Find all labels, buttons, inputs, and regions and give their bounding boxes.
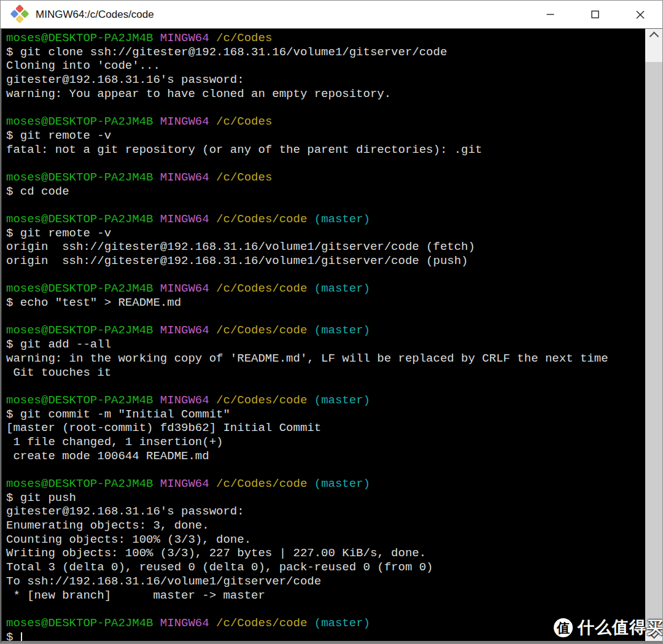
scrollbar[interactable] <box>645 29 662 641</box>
terminal-line: moses@DESKTOP-PA2JM4B MINGW64 /c/Codes <box>6 115 645 129</box>
close-button[interactable] <box>618 1 662 28</box>
terminal-line: gitester@192.168.31.16's password: <box>6 505 645 519</box>
terminal-line: gitester@192.168.31.16's password: <box>6 73 645 87</box>
terminal-line: moses@DESKTOP-PA2JM4B MINGW64 /c/Codes/c… <box>6 282 645 296</box>
terminal-line <box>6 463 645 477</box>
terminal-line: $ cd code <box>6 185 645 199</box>
scroll-down-button[interactable] <box>645 630 662 641</box>
terminal-line: 1 file changed, 1 insertion(+) <box>6 435 645 449</box>
terminal-line: To ssh://192.168.31.16/volume1/gitserver… <box>6 575 645 589</box>
terminal-line: $ <box>6 630 645 641</box>
terminal-body: moses@DESKTOP-PA2JM4B MINGW64 /c/Codes$ … <box>1 29 662 643</box>
terminal-line: origin ssh://gitester@192.168.31.16/volu… <box>6 254 645 268</box>
terminal-line: warning: You appear to have cloned an em… <box>6 87 645 101</box>
close-icon <box>636 10 645 19</box>
terminal-line: warning: in the working copy of 'README.… <box>6 352 645 366</box>
terminal-line: moses@DESKTOP-PA2JM4B MINGW64 /c/Codes <box>6 31 645 45</box>
window-title: MINGW64:/c/Codes/code <box>36 9 154 21</box>
terminal-line: Enumerating objects: 3, done. <box>6 519 645 533</box>
terminal-line: Cloning into 'code'... <box>6 59 645 73</box>
terminal-line <box>6 602 645 616</box>
terminal-window: MINGW64:/c/Codes/code moses@DESKTOP-PA2 <box>0 0 663 644</box>
maximize-button[interactable] <box>573 1 618 28</box>
terminal-line <box>6 268 645 282</box>
terminal-line <box>6 379 645 394</box>
terminal-line: $ git remote -v <box>6 129 645 143</box>
minimize-button[interactable] <box>528 1 573 28</box>
terminal-line: * [new branch] master -> master <box>6 589 645 603</box>
maximize-icon <box>591 10 599 18</box>
terminal-line: fatal: not a git repository (or any of t… <box>6 143 645 157</box>
terminal-line: moses@DESKTOP-PA2JM4B MINGW64 /c/Codes/c… <box>6 212 645 227</box>
terminal-output[interactable]: moses@DESKTOP-PA2JM4B MINGW64 /c/Codes$ … <box>2 29 645 641</box>
scrollbar-thumb[interactable] <box>645 62 662 626</box>
terminal-line: moses@DESKTOP-PA2JM4B MINGW64 /c/Codes/c… <box>6 324 645 338</box>
terminal-line: $ git commit -m "Initial Commit" <box>6 408 645 422</box>
terminal-line: Counting objects: 100% (3/3), done. <box>6 533 645 547</box>
title-bar[interactable]: MINGW64:/c/Codes/code <box>1 1 662 29</box>
terminal-line: $ echo "test" > README.md <box>6 296 645 310</box>
terminal-line: [master (root-commit) fd39b62] Initial C… <box>6 421 645 435</box>
mingw-app-icon <box>9 4 30 25</box>
terminal-line: create mode 100644 README.md <box>6 449 645 464</box>
terminal-line: origin ssh://gitester@192.168.31.16/volu… <box>6 240 645 254</box>
terminal-line: Git touches it <box>6 366 645 380</box>
terminal-line: moses@DESKTOP-PA2JM4B MINGW64 /c/Codes/c… <box>6 616 645 630</box>
minimize-icon <box>546 10 554 18</box>
terminal-line <box>6 310 645 324</box>
chevron-down-icon <box>649 629 659 638</box>
terminal-line: $ git add --all <box>6 338 645 352</box>
terminal-line <box>6 157 645 171</box>
terminal-line <box>6 101 645 115</box>
terminal-line: $ git clone ssh://gitester@192.168.31.16… <box>6 45 645 60</box>
window-controls <box>528 1 662 28</box>
terminal-line: $ git remote -v <box>6 227 645 241</box>
chevron-up-icon <box>649 31 659 41</box>
text-cursor <box>21 632 22 641</box>
terminal-line: Writing objects: 100% (3/3), 227 bytes |… <box>6 546 645 561</box>
terminal-line: Total 3 (delta 0), reused 0 (delta 0), p… <box>6 561 645 575</box>
terminal-line: moses@DESKTOP-PA2JM4B MINGW64 /c/Codes/c… <box>6 477 645 491</box>
scroll-up-button[interactable] <box>645 29 662 40</box>
terminal-line: moses@DESKTOP-PA2JM4B MINGW64 /c/Codes <box>6 171 645 185</box>
terminal-line: moses@DESKTOP-PA2JM4B MINGW64 /c/Codes/c… <box>6 394 645 408</box>
terminal-line <box>6 198 645 212</box>
terminal-line: $ git push <box>6 491 645 505</box>
